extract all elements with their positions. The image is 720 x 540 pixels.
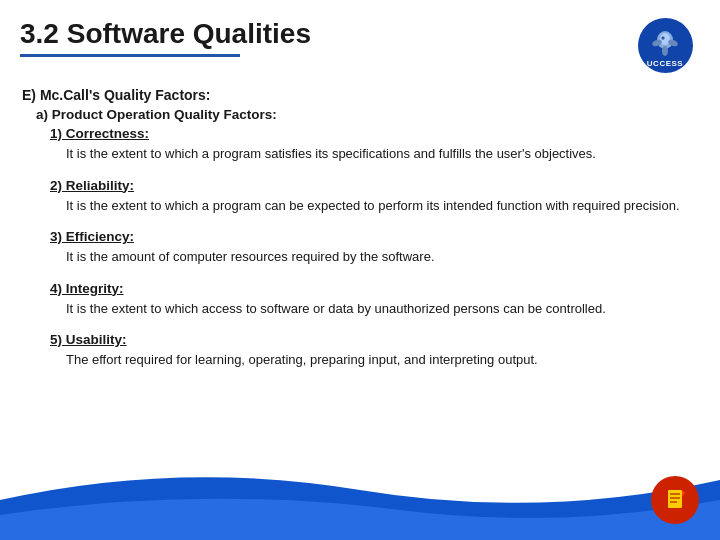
quality-desc-4: It is the extent to which access to soft… bbox=[66, 299, 698, 319]
svg-rect-9 bbox=[670, 497, 680, 499]
section-e-label: E) Mc.Call's Quality Factors: bbox=[22, 87, 698, 103]
logo-circle: UCCESS bbox=[638, 18, 693, 73]
quality-title-3: 3) Efficiency: bbox=[50, 229, 698, 244]
logo-area: UCCESS bbox=[630, 18, 700, 73]
quality-item-3: 3) Efficiency:It is the amount of comput… bbox=[22, 229, 698, 267]
quality-item-5: 5) Usability:The effort required for lea… bbox=[22, 332, 698, 370]
page-container: 3.2 Software Qualities bbox=[0, 0, 720, 540]
qualities-list: 1) Correctness:It is the extent to which… bbox=[22, 126, 698, 370]
page-title: 3.2 Software Qualities bbox=[20, 18, 630, 50]
title-section: 3.2 Software Qualities bbox=[20, 18, 630, 57]
quality-title-5: 5) Usability: bbox=[50, 332, 698, 347]
content: E) Mc.Call's Quality Factors: a) Product… bbox=[0, 73, 720, 394]
quality-item-1: 1) Correctness:It is the extent to which… bbox=[22, 126, 698, 164]
quality-desc-3: It is the amount of computer resources r… bbox=[66, 247, 698, 267]
svg-marker-11 bbox=[682, 490, 685, 496]
logo-text: UCCESS bbox=[647, 59, 683, 68]
bottom-logo-icon bbox=[660, 485, 690, 515]
quality-desc-5: The effort required for learning, operat… bbox=[66, 350, 698, 370]
quality-title-2: 2) Reliability: bbox=[50, 178, 698, 193]
bottom-logo bbox=[647, 470, 702, 530]
subsection-a-label: a) Product Operation Quality Factors: bbox=[36, 107, 698, 122]
quality-desc-1: It is the extent to which a program sati… bbox=[66, 144, 698, 164]
svg-point-6 bbox=[662, 37, 663, 38]
quality-item-4: 4) Integrity:It is the extent to which a… bbox=[22, 281, 698, 319]
blue-wave-svg bbox=[0, 460, 720, 540]
quality-title-4: 4) Integrity: bbox=[50, 281, 698, 296]
quality-desc-2: It is the extent to which a program can … bbox=[66, 196, 698, 216]
title-underline bbox=[20, 54, 240, 57]
svg-point-4 bbox=[662, 46, 668, 56]
svg-point-1 bbox=[660, 33, 670, 45]
header: 3.2 Software Qualities bbox=[0, 0, 720, 73]
svg-rect-8 bbox=[670, 493, 680, 495]
svg-rect-10 bbox=[670, 501, 677, 503]
quality-item-2: 2) Reliability:It is the extent to which… bbox=[22, 178, 698, 216]
bottom-logo-circle bbox=[651, 476, 699, 524]
quality-title-1: 1) Correctness: bbox=[50, 126, 698, 141]
bottom-decoration bbox=[0, 460, 720, 540]
